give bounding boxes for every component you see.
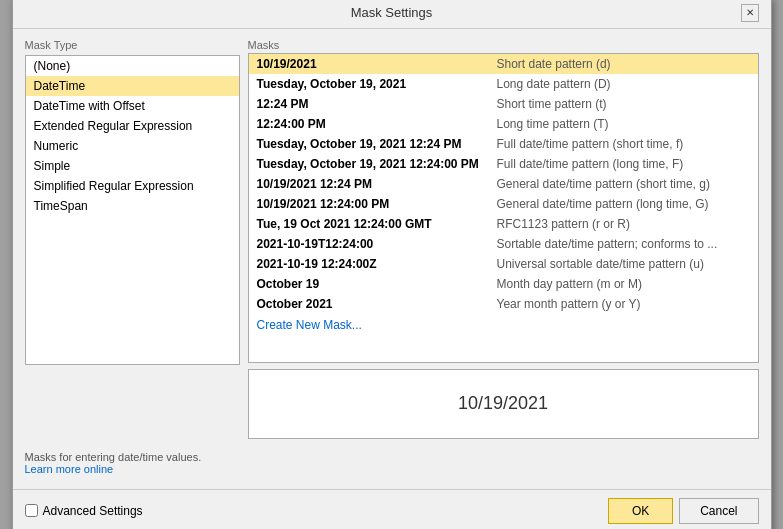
mask-value-0: 10/19/2021 [249,54,489,74]
mask-type-label: Mask Type [25,39,240,51]
mask-row-1[interactable]: Tuesday, October 19, 2021Long date patte… [249,74,758,94]
mask-row-4[interactable]: Tuesday, October 19, 2021 12:24 PMFull d… [249,134,758,154]
mask-value-6: 10/19/2021 12:24 PM [249,174,489,194]
main-area: Mask Type (None)DateTimeDateTime with Of… [25,39,759,439]
mask-description-1: Long date pattern (D) [489,74,758,94]
dialog-title: Mask Settings [43,5,741,20]
mask-row-12[interactable]: October 2021Year month pattern (y or Y) [249,294,758,314]
mask-description-5: Full date/time pattern (long time, F) [489,154,758,174]
dialog-mask-settings: Mask Settings ✕ Mask Type (None)DateTime… [12,0,772,529]
mask-description-6: General date/time pattern (short time, g… [489,174,758,194]
mask-value-12: October 2021 [249,294,489,314]
mask-value-2: 12:24 PM [249,94,489,114]
advanced-settings-checkbox-container[interactable]: Advanced Settings [25,504,143,518]
bottom-info: Masks for entering date/time values. Lea… [25,451,759,475]
left-panel: Mask Type (None)DateTimeDateTime with Of… [25,39,240,439]
mask-value-8: Tue, 19 Oct 2021 12:24:00 GMT [249,214,489,234]
footer: Advanced Settings OK Cancel [13,489,771,530]
mask-value-11: October 19 [249,274,489,294]
mask-type-item-none[interactable]: (None) [26,56,239,76]
mask-value-10: 2021-10-19 12:24:00Z [249,254,489,274]
advanced-settings-checkbox[interactable] [25,504,38,517]
mask-value-4: Tuesday, October 19, 2021 12:24 PM [249,134,489,154]
mask-value-7: 10/19/2021 12:24:00 PM [249,194,489,214]
mask-description-12: Year month pattern (y or Y) [489,294,758,314]
mask-type-listbox[interactable]: (None)DateTimeDateTime with OffsetExtend… [25,55,240,365]
mask-value-5: Tuesday, October 19, 2021 12:24:00 PM [249,154,489,174]
mask-row-2[interactable]: 12:24 PMShort time pattern (t) [249,94,758,114]
mask-description-11: Month day pattern (m or M) [489,274,758,294]
mask-value-9: 2021-10-19T12:24:00 [249,234,489,254]
mask-type-item-numeric[interactable]: Numeric [26,136,239,156]
mask-description-4: Full date/time pattern (short time, f) [489,134,758,154]
bottom-info-text: Masks for entering date/time values. [25,451,202,463]
mask-description-3: Long time pattern (T) [489,114,758,134]
close-button[interactable]: ✕ [741,4,759,22]
mask-row-5[interactable]: Tuesday, October 19, 2021 12:24:00 PMFul… [249,154,758,174]
right-panel: Masks 10/19/2021Short date pattern (d)Tu… [248,39,759,439]
mask-description-8: RFC1123 pattern (r or R) [489,214,758,234]
cancel-button[interactable]: Cancel [679,498,758,524]
create-new-mask-link[interactable]: Create New Mask... [249,314,758,336]
preview-area: 10/19/2021 [248,369,759,439]
mask-row-6[interactable]: 10/19/2021 12:24 PMGeneral date/time pat… [249,174,758,194]
learn-more-link[interactable]: Learn more online [25,463,114,475]
mask-type-item-datetime_offset[interactable]: DateTime with Offset [26,96,239,116]
mask-type-item-timespan[interactable]: TimeSpan [26,196,239,216]
title-bar: Mask Settings ✕ [13,0,771,29]
mask-description-0: Short date pattern (d) [489,54,758,74]
mask-row-0[interactable]: 10/19/2021Short date pattern (d) [249,54,758,74]
mask-type-item-extended_regex[interactable]: Extended Regular Expression [26,116,239,136]
advanced-settings-label: Advanced Settings [43,504,143,518]
mask-row-3[interactable]: 12:24:00 PMLong time pattern (T) [249,114,758,134]
masks-label: Masks [248,39,759,51]
mask-description-10: Universal sortable date/time pattern (u) [489,254,758,274]
mask-value-1: Tuesday, October 19, 2021 [249,74,489,94]
mask-value-3: 12:24:00 PM [249,114,489,134]
masks-table-wrapper[interactable]: 10/19/2021Short date pattern (d)Tuesday,… [248,53,759,363]
mask-row-10[interactable]: 2021-10-19 12:24:00ZUniversal sortable d… [249,254,758,274]
dialog-content: Mask Type (None)DateTimeDateTime with Of… [13,29,771,485]
mask-row-7[interactable]: 10/19/2021 12:24:00 PMGeneral date/time … [249,194,758,214]
mask-type-item-datetime[interactable]: DateTime [26,76,239,96]
mask-row-9[interactable]: 2021-10-19T12:24:00Sortable date/time pa… [249,234,758,254]
mask-description-7: General date/time pattern (long time, G) [489,194,758,214]
mask-row-8[interactable]: Tue, 19 Oct 2021 12:24:00 GMTRFC1123 pat… [249,214,758,234]
footer-buttons: OK Cancel [608,498,758,524]
mask-description-9: Sortable date/time pattern; conforms to … [489,234,758,254]
preview-value: 10/19/2021 [458,393,548,414]
masks-table: 10/19/2021Short date pattern (d)Tuesday,… [249,54,758,314]
mask-type-item-simplified_regex[interactable]: Simplified Regular Expression [26,176,239,196]
mask-type-item-simple[interactable]: Simple [26,156,239,176]
ok-button[interactable]: OK [608,498,673,524]
mask-row-11[interactable]: October 19Month day pattern (m or M) [249,274,758,294]
mask-description-2: Short time pattern (t) [489,94,758,114]
footer-left: Advanced Settings [25,504,143,518]
